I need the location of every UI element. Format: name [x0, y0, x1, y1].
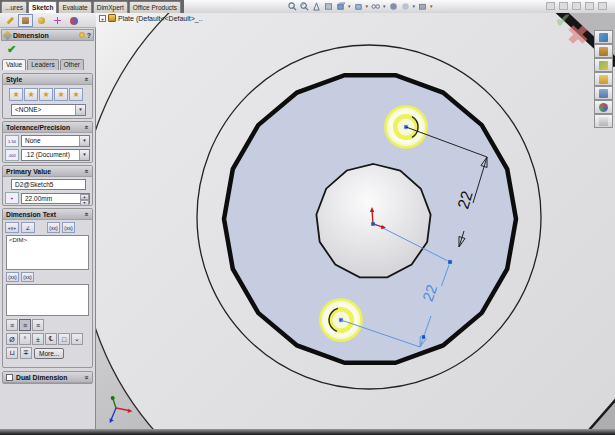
save-style-icon[interactable]: ★	[54, 88, 68, 101]
collapse-icon[interactable]: «	[84, 212, 91, 216]
move-entities-icon[interactable]	[50, 14, 65, 27]
feature-tree-root[interactable]: + Plate (Default<<Default>_..	[99, 14, 203, 22]
model-view: 22 22	[96, 13, 615, 435]
tab-office-products[interactable]: Office Products	[129, 1, 181, 13]
more-button[interactable]: More...	[34, 348, 64, 359]
diameter-symbol-button[interactable]: Ø	[6, 333, 18, 345]
sphere-tool-icon[interactable]	[66, 14, 81, 27]
tolerance-group: Tolerance/Precision« 1.50 None▼ .001 .12…	[2, 121, 93, 163]
tab-other[interactable]: Other	[60, 59, 84, 70]
taskpane-view-palette-icon[interactable]	[594, 86, 613, 100]
keys-icon[interactable]	[34, 14, 49, 27]
paren-button-1[interactable]: (xx)	[47, 222, 60, 233]
centerline-symbol-button[interactable]: ℄	[45, 333, 57, 345]
sketch-toolbar	[0, 13, 96, 28]
camera-icon[interactable]	[418, 2, 427, 11]
dual-dimension-group: Dual Dimension«	[2, 371, 93, 384]
dropdown-arrow-icon[interactable]: ▼	[75, 105, 85, 115]
tab-value[interactable]: Value	[2, 59, 26, 70]
dimension-value: 22.00mm	[25, 195, 52, 202]
paren-button-4[interactable]: (xx)	[21, 272, 34, 282]
dim-token: <DIM>	[9, 237, 27, 243]
taskpane-file-explorer-icon[interactable]	[594, 58, 613, 72]
tab-evaluate[interactable]: Evaluate	[58, 1, 91, 13]
expand-icon[interactable]: «	[84, 375, 91, 379]
graphics-viewport[interactable]: 22 22 + Plate (Default<<Default>_.. ✔ ✖	[96, 13, 615, 435]
dimension-name-field[interactable]: D2@Sketch5	[11, 179, 86, 190]
tab-features[interactable]: ...ures	[1, 1, 27, 13]
dim-handle-2[interactable]	[421, 335, 425, 339]
justify-center-icon[interactable]: ≡	[19, 319, 31, 331]
collapse-icon[interactable]: «	[84, 169, 91, 173]
confirm-cancel-icon[interactable]: ✖	[567, 20, 589, 51]
tab-leaders[interactable]: Leaders	[27, 59, 59, 70]
spin-down-icon[interactable]: ▼	[80, 200, 89, 206]
previous-view-icon[interactable]	[324, 2, 333, 11]
tab-sketch[interactable]: Sketch	[28, 1, 57, 13]
dropdown-arrow-icon[interactable]: ▼	[79, 150, 89, 160]
win-icon-3[interactable]	[572, 2, 581, 10]
panel-tabs: Value Leaders Other	[2, 59, 85, 70]
win-icon-1[interactable]	[546, 2, 555, 10]
display-style-icon[interactable]	[354, 2, 363, 11]
dimension-tool-icon[interactable]	[18, 14, 33, 27]
justify-right-icon[interactable]: ≡	[32, 319, 44, 331]
win-icon-5[interactable]	[598, 2, 607, 10]
dropdown-arrow-icon[interactable]: ▼	[79, 136, 89, 146]
collapse-icon[interactable]: «	[84, 77, 91, 81]
secondary-text-input[interactable]	[6, 284, 89, 316]
plusminus-symbol-button[interactable]: ±	[32, 333, 44, 345]
tree-expand-icon[interactable]: +	[99, 15, 106, 22]
taskpane-resources-icon[interactable]	[594, 30, 613, 44]
more-symbols-icon[interactable]: ⌄	[71, 333, 83, 345]
win-icon-2[interactable]	[559, 2, 568, 10]
dimension-value-field[interactable]: 22.00mm ▲▼	[21, 193, 90, 204]
square-symbol-button[interactable]: □	[58, 333, 70, 345]
style-buttons: ★ ★ ★ ★ ★	[9, 88, 92, 101]
add-parenthesis-icon[interactable]: ∠	[21, 222, 35, 233]
dimension-icon	[3, 30, 13, 40]
zoom-area-icon[interactable]	[300, 2, 309, 11]
part-icon	[108, 14, 116, 22]
set-default-style-icon[interactable]: ★	[9, 88, 23, 101]
dim-handle-1[interactable]	[448, 260, 452, 264]
dimension-text-input[interactable]: <DIM>	[6, 235, 89, 270]
paren-button-2[interactable]: (xx)	[62, 222, 75, 233]
view-selector-icon[interactable]	[312, 2, 321, 11]
style-group-title: Style	[6, 76, 85, 83]
ok-checkmark-icon[interactable]: ✔	[7, 43, 16, 56]
heads-up-toolbar: ▾ ▾ ▾ ▾ ▾	[288, 1, 433, 12]
dimension-text-group: Dimension Text« +x+ ∠ (xx) (xx) <DIM> (x…	[2, 208, 93, 368]
collapse-icon[interactable]: «	[84, 125, 91, 129]
smart-dimension-icon[interactable]	[2, 14, 17, 27]
offset-text-icon[interactable]: ∓	[20, 347, 32, 359]
load-style-icon[interactable]: ★	[69, 88, 83, 101]
taskpane-folder-icon[interactable]	[594, 72, 613, 86]
win-icon-4[interactable]	[585, 2, 594, 10]
dual-dimension-checkbox[interactable]	[6, 374, 13, 381]
delete-style-icon[interactable]: ★	[39, 88, 53, 101]
pushpin-icon[interactable]	[79, 32, 85, 38]
scene-icon[interactable]	[401, 2, 410, 11]
tab-dimxpert[interactable]: DimXpert	[93, 1, 128, 13]
add-value-icon[interactable]: +x+	[5, 222, 19, 233]
help-icon[interactable]: ?	[87, 32, 91, 39]
style-dropdown[interactable]: <NONE> ▼	[11, 104, 86, 116]
precision-icon: .001	[5, 149, 19, 161]
taskpane-custom-properties-icon[interactable]	[594, 114, 613, 128]
justify-left-icon[interactable]: ≡	[6, 319, 18, 331]
taskpane-design-library-icon[interactable]	[594, 44, 613, 58]
paren-button-3[interactable]: (xx)	[6, 272, 19, 282]
tolerance-dropdown[interactable]: None▼	[21, 135, 90, 147]
value-icon: ✦	[5, 192, 19, 204]
add-style-icon[interactable]: ★	[24, 88, 38, 101]
hide-show-items-icon[interactable]	[371, 2, 380, 11]
fit-tolerance-icon[interactable]: ⊔	[6, 347, 18, 359]
view-orientation-icon[interactable]	[336, 2, 345, 11]
zoom-fit-icon[interactable]	[288, 2, 297, 11]
appearance-icon[interactable]	[389, 2, 398, 11]
taskpane-appearances-icon[interactable]	[594, 100, 613, 114]
tree-root-label[interactable]: Plate (Default<<Default>_..	[118, 15, 203, 22]
degree-symbol-button[interactable]: °	[19, 333, 31, 345]
precision-dropdown[interactable]: .12 (Document)▼	[21, 149, 90, 161]
